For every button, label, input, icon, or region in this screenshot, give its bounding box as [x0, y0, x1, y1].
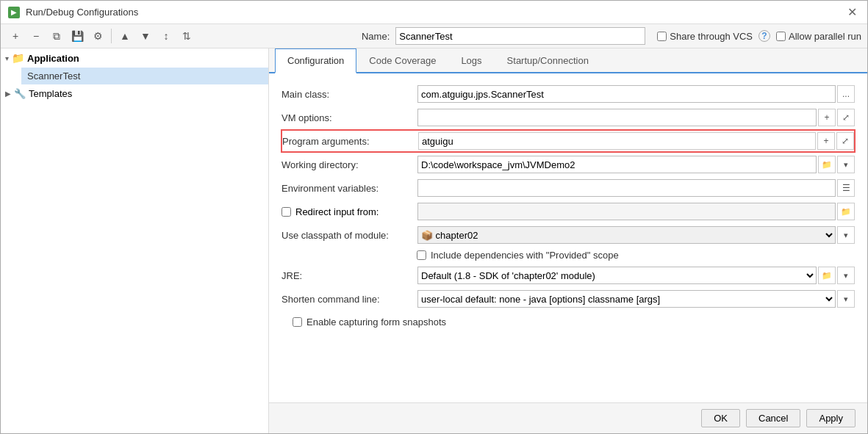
program-arguments-expand-button[interactable]: ⤢ — [836, 132, 854, 150]
name-label: Name: — [362, 31, 390, 42]
classpath-module-row: Use classpath of module: 📦 chapter02 ▾ — [281, 223, 856, 247]
move-button[interactable]: ↕ — [157, 27, 175, 45]
jre-dropdown-button[interactable]: ▾ — [837, 267, 855, 284]
tab-code-coverage[interactable]: Code Coverage — [356, 48, 448, 73]
folder-icon: 📁 — [12, 52, 24, 64]
shorten-command-dropdown-button[interactable]: ▾ — [837, 290, 855, 308]
include-dependencies-checkbox[interactable] — [417, 250, 426, 260]
environment-variables-label: Environment variables: — [281, 183, 417, 194]
toolbar: + − ⧉ 💾 ⚙ ▲ ▼ ↕ ⇅ Name: Share through VC… — [1, 24, 867, 48]
environment-variables-input-area: ☰ — [417, 179, 855, 197]
content-area: ▾ 📁 Application ScannerTest ▶ 🔧 Template… — [1, 48, 867, 433]
run-debug-dialog: ▶ Run/Debug Configurations ✕ + − ⧉ 💾 ⚙ ▲… — [0, 0, 868, 434]
sidebar: ▾ 📁 Application ScannerTest ▶ 🔧 Template… — [1, 48, 269, 433]
wrench-icon: 🔧 — [14, 88, 26, 99]
arrow-up-button[interactable]: ▲ — [116, 27, 134, 45]
working-directory-dropdown-button[interactable]: ▾ — [837, 156, 855, 173]
redirect-input-input[interactable] — [417, 203, 836, 220]
classpath-module-input-area: 📦 chapter02 ▾ — [417, 226, 855, 244]
cancel-button[interactable]: Cancel — [746, 409, 800, 427]
app-icon: ▶ — [8, 7, 20, 18]
redirect-checkbox-area: Redirect input from: — [281, 201, 417, 222]
save-button[interactable]: 💾 — [68, 27, 86, 45]
enable-capturing-row: Enable capturing form snapshots — [281, 311, 856, 333]
share-checkbox[interactable] — [657, 32, 667, 41]
working-directory-input-area: 📁 ▾ — [417, 156, 855, 173]
jre-browse-button[interactable]: 📁 — [818, 267, 836, 284]
close-button[interactable]: ✕ — [844, 5, 860, 19]
tab-logs[interactable]: Logs — [448, 48, 494, 73]
name-input[interactable] — [395, 27, 645, 45]
add-button[interactable]: + — [7, 27, 24, 45]
sidebar-children: ScannerTest — [1, 68, 268, 84]
include-dependencies-label: Include dependencies with "Provided" sco… — [431, 250, 619, 261]
share-label: Share through VCS — [670, 31, 753, 42]
tab-startup-connection[interactable]: Startup/Connection — [495, 48, 601, 73]
shorten-command-row: Shorten command line: user-local default… — [281, 287, 856, 311]
working-directory-row: Working directory: 📁 ▾ — [281, 153, 856, 176]
ok-button[interactable]: OK — [701, 409, 740, 427]
redirect-input-row: Redirect input from: 📁 — [281, 200, 856, 223]
working-directory-browse-button[interactable]: 📁 — [818, 156, 836, 173]
environment-variables-edit-button[interactable]: ☰ — [837, 179, 855, 197]
jre-label: JRE: — [281, 270, 417, 281]
parallel-checkbox[interactable] — [776, 32, 786, 41]
title-bar: ▶ Run/Debug Configurations ✕ — [1, 1, 867, 24]
main-class-input-area: ... — [417, 85, 855, 103]
help-icon[interactable]: ? — [758, 30, 770, 42]
include-dependencies-row: Include dependencies with "Provided" sco… — [281, 247, 856, 264]
classpath-module-label: Use classpath of module: — [281, 230, 417, 241]
working-directory-input[interactable] — [417, 156, 817, 173]
jre-input-area: Default (1.8 - SDK of 'chapter02' module… — [417, 267, 855, 284]
vm-options-input[interactable] — [417, 109, 817, 126]
tabs-bar: Configuration Code Coverage Logs Startup… — [269, 48, 867, 73]
share-area: Share through VCS ? Allow parallel run — [657, 30, 861, 42]
arrow-down-button[interactable]: ▼ — [137, 27, 154, 45]
toolbar-separator — [111, 29, 112, 43]
classpath-module-dropdown-button[interactable]: ▾ — [837, 226, 855, 244]
redirect-input-area: 📁 — [417, 203, 855, 220]
jre-select[interactable]: Default (1.8 - SDK of 'chapter02' module… — [417, 267, 817, 284]
copy-button[interactable]: ⧉ — [48, 27, 65, 45]
vm-options-label: VM options: — [281, 112, 417, 123]
redirect-input-label: Redirect input from: — [295, 206, 379, 217]
enable-capturing-label: Enable capturing form snapshots — [306, 317, 446, 328]
program-arguments-add-button[interactable]: + — [817, 132, 835, 150]
shorten-command-select[interactable]: user-local default: none - java [options… — [417, 290, 836, 308]
sidebar-group-application[interactable]: ▾ 📁 Application — [1, 48, 268, 68]
redirect-browse-button[interactable]: 📁 — [837, 203, 855, 220]
enable-capturing-checkbox[interactable] — [293, 317, 302, 327]
settings-button[interactable]: ⚙ — [89, 27, 107, 45]
main-class-input[interactable] — [417, 85, 836, 103]
program-arguments-input-area: + ⤢ — [418, 132, 854, 150]
shorten-command-input-area: user-local default: none - java [options… — [417, 290, 855, 308]
tab-configuration[interactable]: Configuration — [275, 48, 356, 73]
classpath-module-select[interactable]: 📦 chapter02 — [417, 226, 836, 244]
main-panel: Configuration Code Coverage Logs Startup… — [269, 48, 867, 433]
sidebar-item-scannertest[interactable]: ScannerTest — [21, 68, 268, 84]
redirect-input-checkbox[interactable] — [281, 207, 291, 217]
apply-button[interactable]: Apply — [806, 409, 856, 427]
chevron-down-icon: ▾ — [5, 54, 9, 62]
jre-row: JRE: Default (1.8 - SDK of 'chapter02' m… — [281, 264, 856, 287]
shorten-command-label: Shorten command line: — [281, 294, 417, 305]
main-class-row: Main class: ... — [281, 82, 856, 106]
vm-options-expand-button[interactable]: ⤢ — [837, 109, 855, 126]
sort-button[interactable]: ⇅ — [178, 27, 196, 45]
environment-variables-row: Environment variables: ☰ — [281, 176, 856, 200]
configuration-form: Main class: ... VM options: + ⤢ — [269, 73, 867, 402]
remove-button[interactable]: − — [27, 27, 45, 45]
application-group-label: Application — [27, 53, 79, 64]
templates-group-label: Templates — [29, 88, 72, 99]
vm-options-add-button[interactable]: + — [818, 109, 836, 126]
parallel-checkbox-label[interactable]: Allow parallel run — [776, 31, 861, 42]
scannertest-label: ScannerTest — [27, 70, 80, 82]
main-class-browse-button[interactable]: ... — [837, 85, 855, 103]
window-title: Run/Debug Configurations — [26, 7, 138, 18]
sidebar-group-templates[interactable]: ▶ 🔧 Templates — [1, 84, 268, 103]
footer-buttons: OK Cancel Apply — [269, 402, 867, 433]
environment-variables-input[interactable] — [417, 179, 836, 197]
program-arguments-input[interactable] — [418, 132, 816, 150]
program-arguments-row: Program arguments: + ⤢ — [281, 129, 856, 153]
share-checkbox-label[interactable]: Share through VCS — [657, 31, 753, 42]
